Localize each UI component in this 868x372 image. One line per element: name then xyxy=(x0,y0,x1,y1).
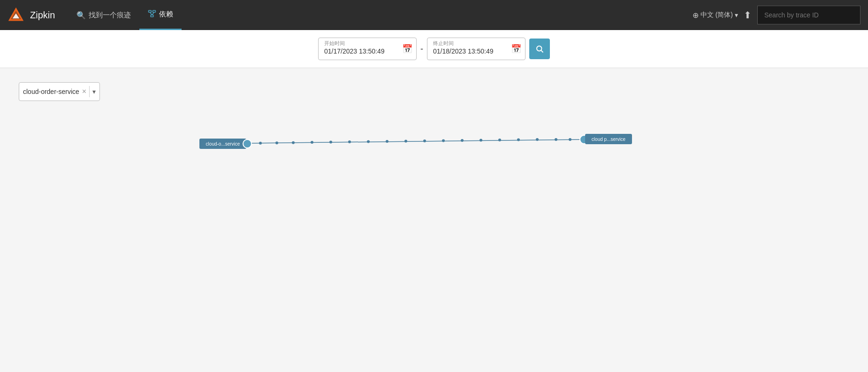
dot-5 xyxy=(329,141,332,144)
search-icon xyxy=(535,45,544,53)
start-time-label: 开始时间 xyxy=(324,40,345,47)
dot-14 xyxy=(498,139,501,141)
svg-point-8 xyxy=(537,46,542,51)
main-content: cloud-order-service × ▾ xyxy=(0,68,868,372)
nav-dependencies[interactable]: 依赖 xyxy=(139,0,182,30)
date-range-dash: - xyxy=(420,44,423,54)
svg-line-9 xyxy=(541,50,543,52)
search-icon: 🔍 xyxy=(76,11,86,20)
edge-line xyxy=(247,140,584,143)
dot-18 xyxy=(569,138,571,141)
start-calendar-icon[interactable]: 📅 xyxy=(402,44,412,54)
toolbar: 开始时间 01/17/2023 13:50:49 📅 - 终止时间 01/18/… xyxy=(0,30,868,68)
translate-icon: ⊕ xyxy=(693,11,699,20)
dot-11 xyxy=(442,140,445,142)
header: Zipkin 🔍 找到一个痕迹 依赖 ⊕ 中文 (简体) ▾ xyxy=(0,0,868,30)
start-time-value: 01/17/2023 13:50:49 xyxy=(324,47,399,55)
start-time-field[interactable]: 开始时间 01/17/2023 13:50:49 📅 xyxy=(318,38,417,60)
dot-3 xyxy=(292,141,295,144)
dot-6 xyxy=(348,140,351,143)
node-order-circle xyxy=(243,140,251,148)
dot-7 xyxy=(367,140,370,143)
dot-4 xyxy=(311,141,313,144)
dot-15 xyxy=(517,139,520,141)
dot-2 xyxy=(275,141,278,144)
upload-icon[interactable]: ⬆ xyxy=(744,9,752,21)
header-right: ⊕ 中文 (简体) ▾ ⬆ xyxy=(693,6,860,24)
dot-17 xyxy=(555,138,557,141)
deps-icon xyxy=(148,9,156,20)
svg-line-6 xyxy=(150,12,152,15)
filter-divider xyxy=(89,86,90,97)
dot-8 xyxy=(386,140,388,143)
end-time-value: 01/18/2023 13:50:49 xyxy=(433,47,508,55)
end-time-field[interactable]: 终止时间 01/18/2023 13:50:49 📅 xyxy=(427,38,525,60)
service-filter-clear-button[interactable]: × xyxy=(82,88,86,95)
dot-13 xyxy=(480,139,482,142)
nav-find-trace[interactable]: 🔍 找到一个痕迹 xyxy=(68,0,139,30)
svg-rect-3 xyxy=(149,10,152,12)
node-order[interactable]: cloud-o...service xyxy=(199,139,251,149)
dot-9 xyxy=(404,140,407,143)
language-label: 中文 (简体) xyxy=(700,11,733,19)
svg-line-7 xyxy=(152,12,154,15)
dot-1 xyxy=(259,142,262,145)
zipkin-logo xyxy=(8,7,24,23)
search-button[interactable] xyxy=(529,39,550,59)
chevron-down-icon: ▾ xyxy=(735,11,738,19)
nav-find-trace-label: 找到一个痕迹 xyxy=(89,11,131,20)
service-filter-dropdown-button[interactable]: ▾ xyxy=(92,88,96,95)
dependency-graph: cloud-o...service cloud p...service xyxy=(19,120,849,195)
node-product[interactable]: cloud p...service xyxy=(580,134,632,144)
language-selector[interactable]: ⊕ 中文 (简体) ▾ xyxy=(693,11,738,20)
node-order-label: cloud-o...service xyxy=(206,141,240,147)
datetime-group: 开始时间 01/17/2023 13:50:49 📅 - 终止时间 01/18/… xyxy=(318,38,550,60)
node-product-label: cloud p...service xyxy=(592,137,626,142)
brand-name: Zipkin xyxy=(30,10,55,21)
dot-12 xyxy=(461,139,464,142)
svg-rect-5 xyxy=(151,15,153,17)
nav-dependencies-label: 依赖 xyxy=(159,10,173,19)
graph-svg: cloud-o...service cloud p...service xyxy=(199,129,669,176)
trace-id-search-input[interactable] xyxy=(757,6,860,24)
dot-10 xyxy=(423,140,426,142)
end-time-label: 终止时间 xyxy=(433,40,454,47)
service-filter-value: cloud-order-service xyxy=(23,88,79,95)
svg-rect-4 xyxy=(153,10,156,12)
end-calendar-icon[interactable]: 📅 xyxy=(511,44,521,54)
dot-16 xyxy=(536,138,539,141)
main-nav: 🔍 找到一个痕迹 依赖 xyxy=(68,0,688,30)
service-filter[interactable]: cloud-order-service × ▾ xyxy=(19,82,100,101)
